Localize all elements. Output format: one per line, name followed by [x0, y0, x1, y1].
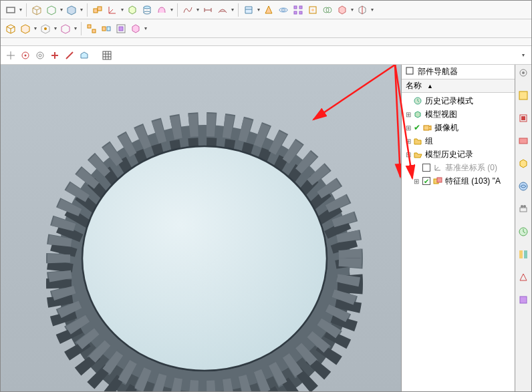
- svg-point-12: [311, 9, 314, 11]
- expand-icon[interactable]: ⊞: [404, 124, 412, 132]
- watermark: 系统之家: [454, 374, 511, 387]
- dock-tab10-icon[interactable]: [517, 293, 530, 307]
- collapse-icon[interactable]: ⊟: [404, 150, 412, 158]
- node-history-mode[interactable]: 历史记录模式: [402, 94, 515, 108]
- dropdown-icon[interactable]: ▾: [18, 3, 23, 17]
- dropdown-icon[interactable]: ▾: [53, 21, 58, 36]
- dock-tab8-icon[interactable]: [517, 248, 530, 261]
- tool-dim-icon[interactable]: [201, 3, 215, 17]
- svg-point-33: [82, 146, 327, 371]
- dock-tab6-icon[interactable]: [517, 202, 530, 216]
- tool-join-icon[interactable]: [320, 3, 335, 17]
- expand-icon[interactable]: ⊞: [412, 177, 420, 185]
- column-name[interactable]: 名称: [406, 80, 422, 91]
- node-camera[interactable]: ⊞ ✔ 摄像机: [402, 121, 515, 134]
- tool-wire4-icon[interactable]: [58, 21, 73, 36]
- svg-point-51: [523, 205, 526, 208]
- dropdown-icon[interactable]: ▾: [230, 3, 235, 17]
- tool-shape-icon[interactable]: [154, 3, 169, 17]
- dropdown-icon[interactable]: ▾: [169, 3, 174, 17]
- right-dock: [515, 65, 531, 391]
- spacer: [404, 97, 412, 105]
- snap-circle-icon[interactable]: [18, 48, 33, 63]
- node-label: 特征组 (103) "A: [445, 176, 501, 187]
- snap-line-icon[interactable]: [62, 48, 77, 63]
- navigator-columns[interactable]: 名称 ▲: [402, 79, 515, 93]
- sort-icon[interactable]: ▲: [427, 83, 433, 89]
- node-label: 摄像机: [434, 122, 458, 134]
- svg-rect-49: [520, 208, 527, 212]
- svg-rect-37: [406, 67, 413, 74]
- svg-rect-44: [519, 91, 527, 100]
- dock-tab4-icon[interactable]: [517, 157, 530, 170]
- dropdown-icon[interactable]: ▾: [370, 3, 375, 17]
- snap-plus-icon[interactable]: [47, 48, 62, 63]
- snap-target-icon[interactable]: [33, 48, 47, 63]
- settings-gear-icon[interactable]: [517, 66, 530, 79]
- tool-assembly1-icon[interactable]: [90, 3, 105, 17]
- dropdown-icon[interactable]: ▾: [79, 3, 84, 17]
- tool-split-icon[interactable]: [355, 3, 370, 17]
- tool-torus-icon[interactable]: [276, 3, 291, 17]
- dock-tab7-icon[interactable]: [517, 225, 530, 238]
- tool-box4-icon[interactable]: [125, 3, 140, 17]
- dropdown-icon[interactable]: ▾: [143, 21, 148, 36]
- tool-assy1-icon[interactable]: [84, 21, 99, 36]
- node-model-view[interactable]: ⊞ 模型视图: [402, 108, 515, 121]
- tool-assy2-icon[interactable]: [99, 21, 114, 36]
- dock-tab9-icon[interactable]: [517, 270, 530, 284]
- dock-tab1-icon[interactable]: [517, 89, 530, 102]
- tool-sheet1-icon[interactable]: [241, 3, 256, 17]
- node-model-history[interactable]: ⊟ 模型历史记录: [402, 148, 515, 161]
- tool-assy3-icon[interactable]: [114, 21, 128, 36]
- tool-wire2-icon[interactable]: [18, 21, 33, 36]
- tool-box3-icon[interactable]: [64, 3, 79, 17]
- expand-icon[interactable]: ⊞: [404, 137, 412, 145]
- dropdown-icon[interactable]: ▾: [59, 3, 64, 17]
- tool-assy4-icon[interactable]: [128, 21, 143, 36]
- tool-sketch-icon[interactable]: [305, 3, 320, 17]
- tool-wire1-icon[interactable]: [3, 21, 18, 36]
- tool-axis-icon[interactable]: [105, 3, 120, 17]
- node-group[interactable]: ⊞ 组: [402, 134, 515, 148]
- checkbox-unchecked[interactable]: [422, 164, 430, 172]
- svg-rect-8: [299, 6, 302, 9]
- svg-point-4: [144, 11, 150, 14]
- dock-tab3-icon[interactable]: [517, 134, 530, 148]
- snap-face-icon[interactable]: [77, 48, 92, 63]
- node-feature-group[interactable]: ⊞ ✔ 特征组 (103) "A: [402, 174, 515, 188]
- folder-icon: [412, 136, 423, 146]
- svg-line-35: [395, 65, 400, 177]
- tool-pattern-icon[interactable]: [291, 3, 305, 17]
- dropdown-icon[interactable]: ▾: [195, 3, 201, 17]
- tool-cone-icon[interactable]: [261, 3, 276, 17]
- tool-wire3-icon[interactable]: [38, 21, 53, 36]
- dropdown-icon[interactable]: ▾: [120, 3, 125, 17]
- svg-point-15: [44, 27, 47, 30]
- dropdown-icon[interactable]: ▾: [33, 21, 38, 36]
- svg-point-23: [25, 54, 27, 56]
- dropdown-icon[interactable]: ▾: [350, 3, 355, 17]
- tool-box2-icon[interactable]: [44, 3, 59, 17]
- checkbox-checked[interactable]: ✔: [422, 177, 430, 185]
- tool-box1-icon[interactable]: [29, 3, 44, 17]
- tool-cylinder-icon[interactable]: [140, 3, 154, 17]
- dropdown-icon[interactable]: ▾: [256, 3, 261, 17]
- svg-point-43: [522, 71, 525, 74]
- svg-rect-2: [98, 7, 102, 11]
- svg-rect-9: [294, 11, 297, 14]
- tool-rect-icon[interactable]: [3, 3, 18, 17]
- node-datum-csys[interactable]: 基准坐标系 (0): [402, 161, 515, 174]
- dropdown-icon[interactable]: ▾: [518, 48, 529, 63]
- viewport-3d[interactable]: [1, 65, 401, 391]
- snap-cross-icon[interactable]: [3, 48, 18, 63]
- tool-subtract-icon[interactable]: [335, 3, 350, 17]
- dock-tab2-icon[interactable]: [517, 112, 530, 125]
- expand-icon[interactable]: ⊞: [404, 110, 412, 118]
- grid-icon[interactable]: [100, 48, 114, 63]
- tool-curve1-icon[interactable]: [180, 3, 195, 17]
- dropdown-icon[interactable]: ▾: [73, 21, 78, 36]
- dock-tab5-icon[interactable]: [517, 180, 530, 193]
- part-navigator-panel: 部件导航器 名称 ▲ 历史记录模式 ⊞ 模型视图 ⊞ ✔ 摄像机: [401, 65, 515, 391]
- tool-curve2-icon[interactable]: [215, 3, 230, 17]
